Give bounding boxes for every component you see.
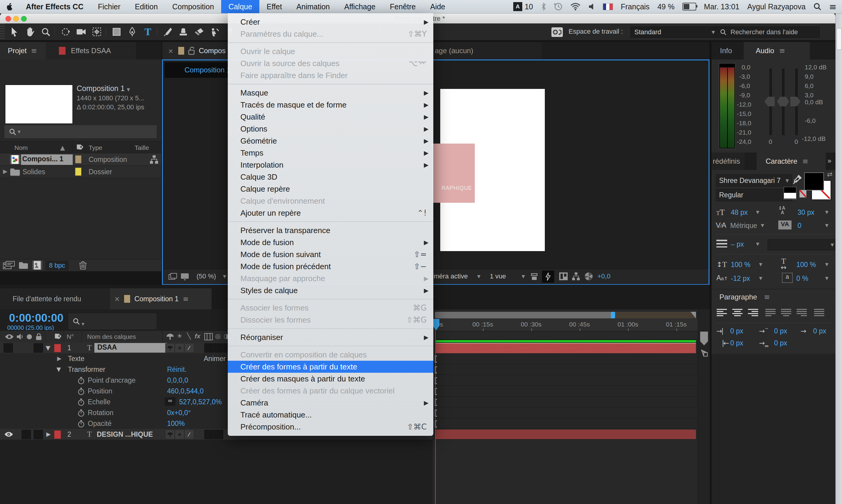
space-after-value[interactable]: 0 px — [774, 339, 787, 347]
col-layer-name[interactable]: Nom des calques — [87, 333, 136, 340]
justify-last-right-button[interactable] — [796, 307, 808, 318]
layer-name-selected[interactable]: DSAA — [94, 343, 167, 353]
bluetooth-icon[interactable] — [541, 2, 546, 11]
battery-percent[interactable]: 49 % — [657, 2, 674, 11]
help-search-input[interactable]: Rechercher dans l'aide — [716, 26, 820, 38]
menu-item[interactable]: Interpolation▶ — [228, 159, 433, 171]
spotlight-icon[interactable] — [813, 3, 821, 11]
hand-tool[interactable] — [23, 26, 37, 38]
menubar-animation[interactable]: Animation — [289, 0, 337, 13]
project-row-composition[interactable]: Composi... 1 Composition — [0, 154, 161, 166]
toolbar-grip[interactable] — [0, 23, 5, 40]
indent-right-value[interactable]: 0 px — [813, 327, 826, 335]
stopwatch-icon[interactable] — [77, 398, 85, 406]
clock-label[interactable]: Mar. 13:01 — [704, 2, 739, 11]
fx-icon[interactable]: fx — [195, 332, 200, 340]
orbit-camera-tool[interactable] — [59, 26, 72, 38]
indent-left-value[interactable]: 0 px — [730, 327, 743, 335]
justify-all-button[interactable] — [813, 307, 825, 318]
tab-projet[interactable]: Projet ≡ — [0, 42, 53, 59]
zoom-tool[interactable] — [39, 26, 52, 38]
panel-menu-icon[interactable]: ≡ — [764, 293, 770, 301]
menu-item[interactable]: Mode de fusion précédent⇧− — [228, 260, 433, 272]
new-folder-icon[interactable] — [19, 261, 28, 269]
layer-color-swatch[interactable] — [54, 430, 61, 439]
french-flag-icon[interactable] — [603, 3, 613, 10]
menu-item[interactable]: Réorganiser▶ — [228, 331, 433, 343]
stroke-style-dropdown[interactable]: ▼ — [768, 239, 837, 251]
paragraph-title[interactable]: Paragraphe — [719, 293, 757, 301]
tab-timeline-composition[interactable]: × Composition 1 ≡ — [110, 288, 212, 309]
menu-item[interactable]: Masque▶ — [228, 87, 433, 99]
fill-color-swatch[interactable] — [804, 173, 824, 191]
stopwatch-icon[interactable] — [77, 388, 85, 395]
align-left-button[interactable] — [716, 307, 728, 318]
menubar-effet[interactable]: Effet — [259, 0, 289, 13]
frame-blend-icon[interactable] — [204, 333, 213, 340]
menu-item[interactable]: Calque 3D — [228, 171, 433, 183]
audio-slider-handle-right[interactable] — [790, 97, 801, 106]
shy-switch[interactable] — [165, 430, 175, 439]
menu-item[interactable]: Préserver la transparence — [228, 224, 433, 236]
tab-effets-dsaa[interactable]: Effets DSAA — [46, 42, 136, 59]
menu-item[interactable]: Créer des masques à partir du texte — [228, 373, 433, 385]
ae-badge[interactable]: A 10 — [513, 2, 533, 11]
timeline-search-input[interactable]: ▼ — [68, 313, 157, 330]
solo-icon[interactable]: ● — [27, 332, 32, 340]
more-panels-icon[interactable]: » — [827, 157, 832, 165]
roto-brush-tool[interactable] — [208, 26, 221, 38]
scroll-thumb[interactable] — [700, 331, 708, 345]
menu-item[interactable]: Options▶ — [228, 123, 433, 135]
layer-bar-design[interactable] — [435, 430, 696, 439]
apple-menu[interactable] — [0, 0, 19, 13]
menu-item[interactable]: Tracé automatique... — [228, 409, 433, 421]
camera-tool[interactable] — [74, 26, 88, 38]
panel-menu-icon[interactable]: ≡ — [31, 47, 37, 55]
label-color-swatch[interactable] — [75, 155, 82, 163]
font-family-dropdown[interactable]: Shree Devanagari 7 ▼ — [716, 174, 792, 187]
comp-mini-flowchart-icon[interactable] — [700, 349, 708, 358]
menu-item[interactable]: Mode de fusion suivant⇧= — [228, 248, 433, 260]
tag-icon[interactable] — [75, 144, 83, 151]
trash-icon[interactable] — [79, 261, 87, 270]
menubar-composition[interactable]: Composition — [165, 0, 221, 13]
layer-name[interactable]: DESIGN ...HIQUE — [97, 430, 153, 438]
menu-item-selected[interactable]: Créer des formes à partir du texte — [228, 361, 433, 373]
timeline-panel-icon[interactable] — [559, 272, 568, 281]
show-channel-icon[interactable] — [180, 273, 189, 281]
comp-flowchart-icon[interactable] — [572, 272, 581, 281]
brush-tool[interactable] — [161, 26, 174, 38]
selection-tool[interactable] — [8, 26, 21, 38]
prop-value[interactable]: 0,0,0,0 — [167, 376, 188, 384]
project-search-input[interactable]: ▼ — [4, 125, 157, 139]
current-timecode[interactable]: 0:00:00:00 — [9, 312, 64, 324]
project-row-solides[interactable]: ▶ Solides Dossier — [0, 166, 161, 178]
collapse-triangle-icon[interactable]: ▼ — [56, 366, 61, 373]
battery-icon[interactable] — [682, 3, 696, 11]
menu-item[interactable]: Styles de calque▶ — [228, 285, 433, 296]
eye-icon[interactable] — [5, 334, 14, 340]
speaker-icon[interactable] — [16, 333, 23, 340]
menubar-aide[interactable]: Aide — [423, 0, 452, 13]
reset-link[interactable]: Réinit. — [167, 365, 187, 374]
menubar-edition[interactable]: Edition — [128, 0, 165, 13]
shy-icon[interactable] — [166, 333, 174, 340]
eye-icon[interactable] — [4, 431, 13, 437]
indent-first-value[interactable]: 0 px — [774, 327, 787, 335]
link-dimensions-icon[interactable]: ∞ — [165, 397, 175, 406]
time-ruler[interactable]: 0s 00 :15s 00 :30s 00 :45s 01 :00s 01 :1… — [433, 318, 698, 331]
stroke-width-value[interactable]: – px — [731, 240, 744, 248]
new-composition-icon[interactable] — [32, 261, 43, 270]
collapse-switch[interactable]: ☀ — [175, 430, 184, 439]
font-size-value[interactable]: 48 px — [731, 209, 748, 217]
tab-caractere[interactable]: Caractère ≡ — [757, 152, 826, 170]
menu-item[interactable]: Qualité▶ — [228, 111, 433, 123]
menu-item[interactable]: Ajouter un repère⌃! — [228, 207, 433, 219]
space-before-value[interactable]: 0 px — [730, 339, 743, 347]
notification-center-icon[interactable]: ≡ — [829, 1, 837, 12]
row-name[interactable]: Solides — [22, 168, 45, 176]
audio-slider-handle-left[interactable] — [765, 97, 775, 106]
prop-value[interactable]: 0x+0,0° — [167, 409, 191, 417]
motion-blur-icon[interactable]: ◎ — [215, 332, 221, 340]
work-area-end-handle[interactable] — [611, 312, 615, 318]
